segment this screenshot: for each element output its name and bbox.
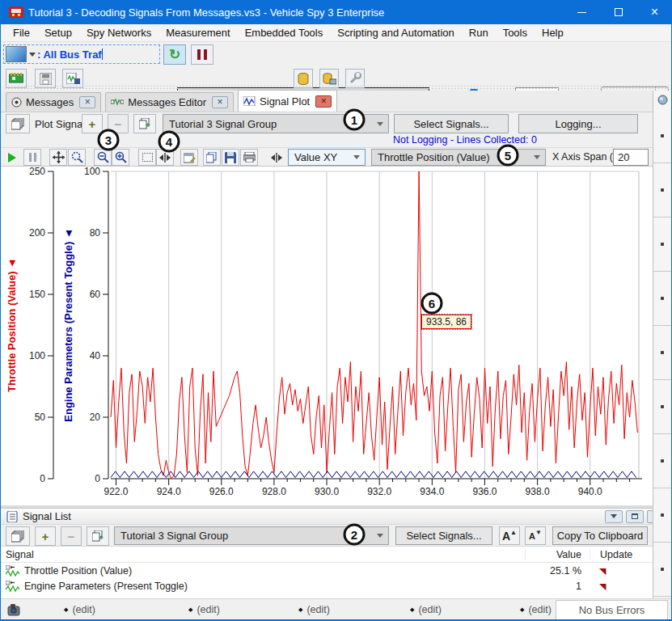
signal-plot-chart[interactable]: 922.0924.0926.0928.0930.0932.0934.0936.0… [1, 167, 653, 505]
zoom-window-button[interactable] [68, 149, 86, 166]
menu-setup[interactable]: Setup [37, 25, 79, 40]
pan-tool-button[interactable] [49, 149, 67, 166]
tab-messages-close[interactable]: × [79, 96, 95, 108]
plot-properties-button[interactable] [180, 149, 198, 166]
minimize-icon [577, 12, 586, 13]
menu-run[interactable]: Run [462, 25, 496, 40]
sl-select-signals-button[interactable]: Select Signals... [395, 526, 492, 545]
save-icon [225, 152, 236, 163]
plot-copy-button[interactable] [203, 149, 221, 166]
plot-signals-button[interactable] [6, 114, 30, 133]
inner-axis-label: 20 [90, 412, 101, 423]
copy-to-clipboard-button[interactable]: Copy To Clipboard [552, 526, 648, 545]
zoom-out-button[interactable] [94, 149, 112, 166]
dock-world-icon [657, 95, 668, 105]
annotation-circle-3: 3 [98, 129, 120, 151]
plot-pause-button[interactable] [23, 149, 41, 166]
signal-value: 1 [525, 581, 581, 592]
add-plot-button[interactable]: + [82, 114, 103, 133]
menu-file[interactable]: File [6, 25, 37, 40]
plot-signal-dropdown[interactable]: Throttle Position (Value) [371, 149, 546, 166]
series-engine-parameters [111, 471, 636, 478]
dock-cell[interactable] [653, 543, 671, 597]
tab-messages[interactable]: Messages × [6, 92, 101, 112]
minimize-button[interactable] [564, 0, 600, 24]
menu-embedded-tools[interactable]: Embedded Tools [238, 25, 331, 40]
font-decrease-button[interactable]: A▼ [525, 526, 546, 545]
menu-spy-networks[interactable]: Spy Networks [79, 25, 158, 40]
zoom-in-button[interactable] [112, 149, 129, 166]
x-tick-label: 930.0 [315, 486, 339, 497]
tab-signal-plot[interactable]: Signal Plot × [238, 90, 337, 112]
font-increase-button[interactable]: A▲ [499, 526, 520, 545]
maximize-button[interactable] [600, 0, 636, 24]
signal-row[interactable]: Engine Parameters (Present Toggle) 1 ◥ [1, 578, 653, 594]
copy-sheets-icon [92, 530, 104, 542]
menu-tools[interactable]: Tools [496, 25, 535, 40]
status-edit-item[interactable]: ◆(edit) [298, 604, 330, 615]
plot-run-button[interactable] [3, 149, 21, 166]
status-edit-item[interactable]: ◆(edit) [64, 604, 95, 615]
bus-filter-selector[interactable]: : All Bus Traf [3, 44, 160, 64]
logging-button[interactable]: Logging... [518, 114, 638, 133]
signal-row[interactable]: Throttle Position (Value) 25.1 % ◥ [1, 563, 653, 578]
wrench-icon [349, 72, 361, 85]
tab-messages-editor-close[interactable]: × [212, 96, 228, 108]
sl-copy-group-button[interactable] [87, 526, 109, 546]
signal-table-header[interactable]: Signal Value Update [1, 547, 653, 563]
text-cursor [102, 49, 103, 60]
close-button[interactable]: × [636, 0, 672, 24]
column-value[interactable]: Value [525, 549, 581, 560]
layers-icon [11, 118, 24, 130]
inner-axis-label: 40 [90, 350, 101, 361]
copy-group-button[interactable] [133, 114, 156, 133]
signal-list-toolbar: + − Tutorial 3 Signal Group Select Signa… [1, 525, 671, 547]
dock-cell[interactable] [653, 434, 671, 488]
x-axis-span-input[interactable]: 20 [613, 149, 649, 166]
sl-remove-button[interactable]: − [61, 526, 82, 546]
column-signal[interactable]: Signal [1, 549, 525, 560]
plot-print-button[interactable] [240, 149, 258, 166]
dock-cell[interactable] [653, 272, 671, 326]
panel-collapse-button[interactable] [605, 510, 623, 523]
column-update[interactable]: Update [590, 549, 653, 560]
bus-filter-dropdown-arrow[interactable] [27, 46, 37, 62]
series-throttle-position [111, 171, 637, 479]
menu-scripting-and-automation[interactable]: Scripting and Automation [330, 25, 462, 40]
menu-help[interactable]: Help [535, 25, 571, 40]
bus-filter-icon[interactable] [6, 46, 27, 62]
dock-cell[interactable] [653, 326, 671, 380]
chart-canvas[interactable]: 922.0924.0926.0928.0930.0932.0934.0936.0… [1, 167, 653, 505]
panel-restore-button[interactable] [626, 510, 644, 523]
dock-grip-icon [661, 297, 664, 300]
dock-cell[interactable] [653, 163, 671, 218]
dock-cell[interactable] [653, 380, 671, 434]
pause-button[interactable] [191, 44, 213, 65]
select-signals-button[interactable]: Select Signals... [394, 114, 509, 133]
bus-filter-label: : All Bus Traf [37, 49, 102, 61]
dock-cell[interactable] [653, 109, 671, 163]
tab-signal-plot-close[interactable]: × [315, 95, 332, 108]
select-region-button[interactable] [138, 149, 156, 166]
fit-x-button-2[interactable] [268, 149, 285, 166]
plot-save-button[interactable] [222, 149, 239, 166]
left-axis-label: 0 [40, 473, 45, 484]
tab-messages-editor[interactable]: Messages Editor × [105, 92, 234, 112]
dock-cell[interactable] [653, 488, 671, 543]
plot-toolbar: Value XY Throttle Position (Value) X Axi… [1, 147, 671, 167]
sl-views-button[interactable] [6, 526, 30, 546]
main-toolbar: : All Bus Traf ↻ 01 00:17:01:235975 Ttal… [1, 42, 671, 66]
dock-cell[interactable] [653, 218, 671, 272]
status-edit-item[interactable]: ◆(edit) [188, 604, 220, 615]
plot-mode-dropdown[interactable]: Value XY [288, 149, 366, 166]
dock-strip[interactable] [653, 91, 671, 598]
refresh-button[interactable]: ↻ [163, 44, 186, 65]
menu-measurement[interactable]: Measurement [158, 25, 237, 40]
document-tabs: Messages × Messages Editor × Signal Plot… [1, 91, 671, 112]
x-tick-label: 924.0 [157, 486, 181, 497]
sl-add-button[interactable]: + [35, 526, 56, 546]
signal-value: 25.1 % [525, 565, 581, 577]
status-edit-item[interactable]: ◆(edit) [410, 604, 442, 615]
status-edit-item[interactable]: ◆(edit) [520, 604, 552, 615]
pan-icon [53, 151, 65, 163]
